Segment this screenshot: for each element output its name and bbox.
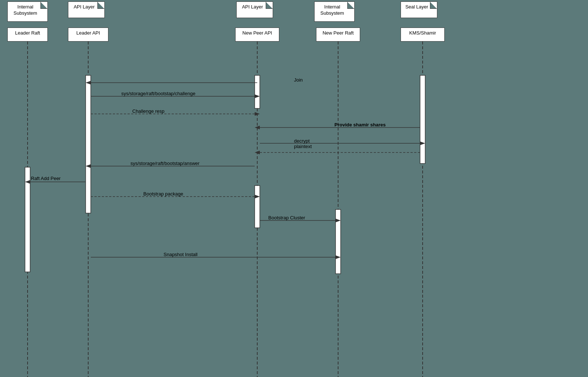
actor-label: API Layer (74, 4, 94, 10)
actor-doc-new-peer-internal: InternalSubsystem (314, 1, 355, 22)
sequence-diagram: InternalSubsystem API Layer API Layer In… (0, 0, 588, 377)
svg-marker-14 (255, 94, 260, 98)
actor-doc-leader-internal: InternalSubsystem (7, 1, 48, 22)
svg-marker-20 (420, 141, 425, 145)
actor-kms-shamir: KMS/Shamir (401, 28, 445, 42)
svg-marker-30 (336, 219, 341, 222)
msg-challenge-resp: Challenge resp (132, 108, 164, 114)
svg-marker-26 (25, 180, 30, 184)
svg-marker-24 (86, 164, 91, 168)
svg-rect-9 (25, 167, 30, 272)
actor-label: InternalSubsystem (14, 4, 37, 16)
actor-leader-raft: Leader Raft (7, 28, 48, 42)
actor-label: Leader Raft (15, 30, 40, 36)
actor-label: New Peer Raft (323, 30, 354, 36)
msg-provide-shamir: Provide shamir shares (334, 122, 386, 128)
svg-rect-5 (86, 75, 91, 213)
svg-marker-18 (255, 126, 260, 129)
actor-doc-new-peer-api: API Layer (236, 1, 273, 18)
svg-marker-32 (336, 255, 341, 259)
actor-label: New Peer API (243, 30, 272, 36)
actor-new-peer-raft: New Peer Raft (316, 28, 360, 42)
actor-label: Leader API (76, 30, 100, 36)
actor-label: Seal Layer (405, 4, 428, 10)
msg-challenge: sys/storage/raft/bootstap/challenge (121, 91, 196, 96)
msg-decrypt-plaintext: decryptplaintext (294, 138, 312, 149)
actor-label: API Layer (242, 4, 263, 10)
msg-bootstrap-package: Bootstrap package (143, 191, 183, 197)
actor-label: InternalSubsystem (320, 4, 344, 16)
actor-leader-api: Leader API (68, 28, 108, 42)
msg-raft-add-peer: Raft Add Peer (31, 176, 61, 181)
svg-rect-8 (420, 75, 425, 164)
svg-rect-7 (255, 186, 260, 228)
svg-marker-12 (86, 81, 91, 85)
actor-label: KMS/Shamir (409, 30, 436, 36)
svg-marker-22 (255, 151, 260, 154)
actor-doc-seal-layer: Seal Layer (401, 1, 437, 18)
msg-bootstrap-answer: sys/storage/raft/bootstap/answer (130, 161, 200, 166)
msg-bootstrap-cluster: Bootstrap Cluster (268, 215, 305, 220)
svg-marker-28 (255, 195, 260, 198)
msg-snapshot-install: Snapshot Install (164, 252, 198, 257)
svg-rect-10 (336, 209, 341, 274)
arrows-svg (0, 0, 588, 377)
msg-join: Join (294, 77, 303, 83)
svg-marker-16 (255, 112, 260, 116)
actor-doc-leader-api: API Layer (68, 1, 105, 18)
actor-new-peer-api: New Peer API (235, 28, 279, 42)
svg-rect-6 (255, 75, 260, 108)
